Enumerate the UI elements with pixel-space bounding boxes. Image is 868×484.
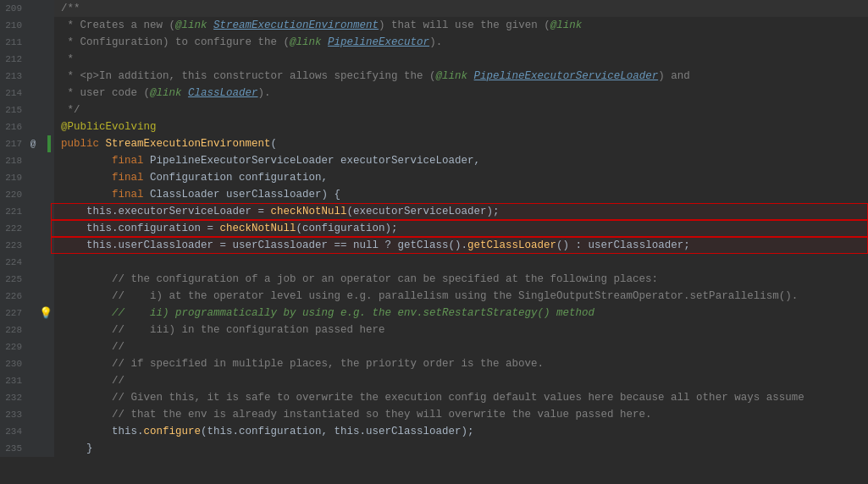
line-gutter: 209 <box>0 0 54 17</box>
token-comment: ) to configure the ( <box>163 36 290 48</box>
token-kw: final <box>61 189 150 201</box>
line-content-inner: */ <box>61 102 80 118</box>
code-line: 232 // Given this, it is safe to overwri… <box>0 389 868 406</box>
token-annotation: @PublicEvolving <box>61 121 157 133</box>
line-number: 228 <box>0 325 27 335</box>
line-content: // <box>54 372 868 389</box>
code-line: 227💡 // ii) programmatically by using e.… <box>0 305 868 322</box>
token-comment <box>467 70 474 82</box>
token-method: checkNotNull <box>271 206 347 217</box>
token-plain: ( <box>271 138 278 150</box>
line-content-inner: @PublicEvolving <box>61 118 157 135</box>
token-comment: // Given this, it is safe to overwrite t… <box>61 392 804 404</box>
line-content-inner: // ii) programmatically by using e.g. th… <box>61 305 594 322</box>
code-line: 212 * <box>0 51 868 68</box>
code-line: 223 this.userClassloader = userClassload… <box>0 237 868 254</box>
code-line: 216@PublicEvolving <box>0 118 868 135</box>
line-content: * Creates a new (@link StreamExecutionEn… <box>54 17 868 34</box>
line-content-inner: * <p>In addition, this constructor allow… <box>61 68 690 85</box>
line-number: 219 <box>0 173 27 183</box>
line-content-inner: /** <box>61 0 80 17</box>
line-content-inner: // <box>61 338 124 355</box>
token-comment: ) and <box>658 70 690 82</box>
line-content-inner: final PipelineExecutorServiceLoader exec… <box>61 152 480 169</box>
code-line: 209/** <box>0 0 868 17</box>
token-method: StreamExecutionEnvironment <box>106 138 271 150</box>
line-content: // Given this, it is safe to overwrite t… <box>54 389 868 406</box>
line-content: // <box>54 338 868 355</box>
line-number: 217 <box>0 139 27 149</box>
line-content <box>54 254 868 271</box>
token-comment: // <box>61 341 124 353</box>
token-comment: * user code ( <box>61 87 150 99</box>
line-gutter: 231 <box>0 372 54 389</box>
line-gutter: 210 <box>0 17 54 34</box>
line-gutter: 234 <box>0 423 54 440</box>
line-gutter: 219 <box>0 169 54 186</box>
token-plain: this.configuration = <box>61 223 220 234</box>
line-gutter: 220 <box>0 186 54 203</box>
line-gutter: 221 <box>0 203 54 220</box>
line-content: // the configuration of a job or an oper… <box>54 271 868 288</box>
token-comment: // i) at the operator level using e.g. p… <box>61 290 798 302</box>
code-line: 213 * <p>In addition, this constructor a… <box>0 68 868 85</box>
line-number: 223 <box>0 240 27 250</box>
line-number: 227 <box>0 308 27 318</box>
line-number: 210 <box>0 20 27 30</box>
token-method: configure <box>144 426 202 437</box>
token-plain: this.executorServiceLoader = <box>61 206 271 217</box>
line-number: 213 <box>0 71 27 81</box>
token-plain: this.userClassloader = userClassloader =… <box>61 239 467 251</box>
line-content: * <box>54 51 868 68</box>
token-italic-comment: // ii) programmatically by using e.g. th… <box>61 307 594 319</box>
code-line: 235 } <box>0 440 868 457</box>
line-number: 224 <box>0 257 27 267</box>
line-number: 231 <box>0 376 27 386</box>
code-line: 231 // <box>0 372 868 389</box>
token-link-val: PipelineExecutorServiceLoader <box>474 70 659 82</box>
line-content-inner: public StreamExecutionEnvironment( <box>61 135 277 152</box>
code-line: 214 * user code (@link ClassLoader). <box>0 85 868 102</box>
token-comment: // if specified in multiple places, the … <box>61 358 544 370</box>
line-gutter: 232 <box>0 389 54 406</box>
line-content-inner: // the configuration of a job or an oper… <box>61 271 658 288</box>
line-content-inner: this.configuration = checkNotNull(config… <box>61 220 398 237</box>
line-gutter: 224 <box>0 254 54 271</box>
line-content: this.configure(this.configuration, this.… <box>54 423 868 440</box>
line-number: 235 <box>0 443 27 454</box>
line-gutter: 230 <box>0 355 54 372</box>
line-gutter: 226 <box>0 288 54 305</box>
line-number: 225 <box>0 274 27 284</box>
line-gutter: 229 <box>0 338 54 355</box>
line-number: 234 <box>0 426 27 437</box>
line-gutter: 223 <box>0 237 54 254</box>
code-line: 220 final ClassLoader userClassloader) { <box>0 186 868 203</box>
token-kw: public <box>61 138 106 150</box>
token-comment <box>322 36 329 48</box>
line-content-inner: // if specified in multiple places, the … <box>61 355 544 372</box>
line-content-inner: final Configuration configuration, <box>61 169 328 186</box>
line-number: 229 <box>0 342 27 352</box>
line-content-inner: // that the env is already instantiated … <box>61 406 652 423</box>
code-line: 211 * Configuration) to configure the (@… <box>0 34 868 51</box>
token-link-tag: @link <box>150 87 182 99</box>
code-line: 224 <box>0 254 868 271</box>
line-content: // iii) in the configuration passed here <box>54 322 868 338</box>
token-plain: Configuration configuration, <box>150 172 328 184</box>
line-gutter: 213 <box>0 68 54 85</box>
line-content-inner: * Configuration) to configure the (@link… <box>61 34 442 51</box>
code-line: 219 final Configuration configuration, <box>0 169 868 186</box>
line-gutter: 233 <box>0 406 54 423</box>
token-comment: ) that will use the given ( <box>379 19 550 31</box>
line-annotation: 💡 <box>39 306 51 320</box>
code-editor: 209/**210 * Creates a new (@link StreamE… <box>0 0 868 484</box>
line-gutter: 214 <box>0 85 54 102</box>
line-content-inner: * <box>61 51 74 68</box>
line-content: * <p>In addition, this constructor allow… <box>54 68 868 85</box>
token-plain: (configuration); <box>296 223 398 234</box>
code-line: 222 this.configuration = checkNotNull(co… <box>0 220 868 237</box>
line-content-inner: // <box>61 372 124 389</box>
line-content-inner: final ClassLoader userClassloader) { <box>61 186 340 203</box>
token-plain: this. <box>61 426 144 437</box>
line-number: 222 <box>0 223 27 234</box>
